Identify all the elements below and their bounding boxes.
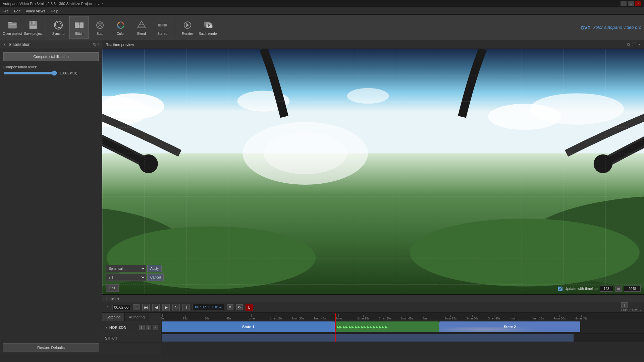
stitch-bar[interactable] (162, 334, 574, 342)
save-project-button[interactable]: Save project (23, 16, 43, 39)
menu-video-views[interactable]: Video views (26, 9, 46, 13)
close-btn[interactable]: × (635, 1, 641, 6)
play-btn[interactable]: ▶ (162, 304, 170, 311)
svg-point-41 (347, 88, 389, 104)
timeline-body: Stitching Authoring ▼ HORIZON ⌊ (102, 313, 644, 355)
toolbar-separator-1 (46, 17, 46, 38)
edit-button[interactable]: Edit (106, 284, 119, 292)
go-to-start-btn[interactable]: ⏮ (142, 304, 150, 311)
ruler-mark-4min: 4min (510, 314, 517, 320)
stereo-button[interactable]: Stereo (153, 16, 172, 39)
panel-actions[interactable]: ⧉ × (93, 42, 99, 47)
color-icon (115, 19, 127, 31)
track-out-icon[interactable]: ⌋ (146, 325, 151, 330)
svg-rect-1 (8, 22, 12, 23)
track-expand-icon[interactable]: ▼ (105, 326, 108, 329)
panel-close-btn[interactable]: × (97, 42, 99, 47)
toolbar-separator-2 (175, 17, 175, 38)
track-in-icon[interactable]: ⌊ (139, 325, 145, 330)
in-point-value: 00:02:00 (112, 305, 130, 310)
grid-view-btn[interactable]: ⊞ (615, 286, 622, 292)
batch-render-button[interactable]: Batch render (199, 16, 218, 39)
svg-rect-32 (207, 24, 212, 28)
preview-header-right[interactable]: ⧉ ⛶ × (627, 42, 641, 47)
stab-button[interactable]: Stab (90, 16, 110, 39)
set-in-point-btn[interactable]: ⌊ (133, 304, 140, 310)
clip-state1[interactable]: State 1 (162, 321, 335, 332)
preview-close-btn[interactable]: × (638, 42, 641, 47)
open-project-button[interactable]: Open project (3, 16, 22, 39)
tab-authoring[interactable]: Authoring (125, 313, 149, 321)
playhead (335, 320, 336, 333)
resolution-input[interactable] (624, 286, 641, 292)
synchro-icon (52, 19, 64, 31)
set-out-point-btn[interactable]: ⌋ (621, 302, 628, 308)
minimize-btn[interactable]: ─ (621, 1, 627, 6)
projection-select[interactable]: Spherical (106, 265, 146, 272)
compensation-slider[interactable] (3, 70, 57, 76)
loop-btn[interactable]: ↻ (172, 304, 180, 311)
ruler-mark-2min45s: 2min 45s (401, 315, 413, 320)
ruler-mark-1min30s: 1min 30s (292, 315, 304, 320)
panel-header: ▼ Stabilization ⧉ × (0, 40, 102, 49)
svg-point-47 (525, 195, 644, 289)
update-timeline-checkbox[interactable] (558, 287, 562, 291)
menu-edit[interactable]: Edit (14, 9, 20, 13)
ruler-mark-4min30s: 4min 30s (553, 315, 566, 320)
svg-point-15 (99, 24, 101, 26)
menu-file[interactable]: File (3, 9, 9, 13)
set-out-point-transport-btn[interactable]: ⌋ (182, 304, 190, 311)
apply-button[interactable]: Apply (147, 265, 162, 272)
cancel-button[interactable]: Cancel (147, 274, 164, 281)
stitch-button[interactable]: Stitch (69, 16, 89, 39)
maximize-btn[interactable]: □ (628, 1, 634, 6)
time-extra-btn[interactable]: ⚙ (236, 304, 243, 310)
time-settings-btn[interactable]: ▼ (227, 304, 233, 310)
main-layout: ▼ Stabilization ⧉ × Compute stabilizatio… (0, 40, 644, 355)
preview-fullscreen-btn[interactable]: ⛶ (632, 42, 636, 47)
svg-point-49 (410, 219, 640, 286)
panel-expand-icon[interactable]: ▼ (3, 43, 6, 46)
preview-area: Realtime preview ⧉ ⛶ × (102, 40, 644, 294)
render-button[interactable]: Render (178, 16, 197, 39)
menu-help[interactable]: Help (51, 9, 58, 13)
tab-stitching[interactable]: Stitching (102, 313, 125, 321)
ruler-mark-15s: 15s (183, 315, 188, 320)
ratio-select[interactable]: 2:1 (106, 274, 146, 281)
ruler-mark-4min15s: 4min 15s (532, 315, 544, 320)
preview-popout-btn[interactable]: ⧉ (627, 42, 630, 47)
brand: GVP kolor autopano video pro (580, 22, 641, 33)
panel-popout-btn[interactable]: ⧉ (93, 42, 96, 47)
svg-rect-35 (102, 153, 644, 294)
blend-icon (136, 19, 148, 31)
title-bar-controls[interactable]: ─ □ × (621, 1, 641, 6)
synchro-button[interactable]: Synchro (49, 16, 68, 39)
svg-point-37 (102, 93, 164, 119)
svg-rect-2 (9, 24, 16, 25)
batch-render-icon (202, 19, 214, 31)
track-settings-icon[interactable]: ≡ (153, 325, 158, 330)
ruler-mark-1min45s: 1min 45s (314, 315, 326, 320)
preview-title: Realtime preview (106, 43, 134, 47)
menu-bar: File Edit Video views Help (0, 7, 644, 15)
svg-rect-5 (31, 21, 33, 24)
ruler-marks: 0s 15s 30s (161, 313, 644, 320)
blend-button[interactable]: Blend (132, 16, 151, 39)
ruler-mark-2min30s: 2min 30s (379, 315, 391, 320)
current-time-display: 00:02:00:054 (193, 304, 224, 310)
timeline-title: Timeline (106, 296, 119, 300)
ruler-mark-2min15s: 2min 15s (357, 315, 370, 320)
color-button[interactable]: Color (111, 16, 130, 39)
ruler-mark-30s: 30s (205, 315, 210, 320)
ruler-mark-0s: 0s (161, 314, 164, 320)
svg-rect-6 (30, 26, 37, 28)
clip-green-section[interactable]: ▶▶▶▶▶▶ ▶▶▶▶▶▶ ▶▶▶▶▶ (335, 321, 439, 332)
record-button[interactable]: U (246, 304, 253, 311)
restore-defaults-button[interactable]: Restore Defaults (3, 343, 99, 352)
frame-number-input[interactable] (600, 286, 613, 292)
compute-stabilization-button[interactable]: Compute stabilization (3, 52, 99, 61)
timeline-tracks: 0s 15s 30s (161, 313, 644, 355)
stabilization-panel: Compute stabilization Compensation level… (0, 49, 102, 198)
step-back-btn[interactable]: ◀ (152, 304, 160, 311)
clip-state2[interactable]: State 2 (439, 321, 580, 332)
